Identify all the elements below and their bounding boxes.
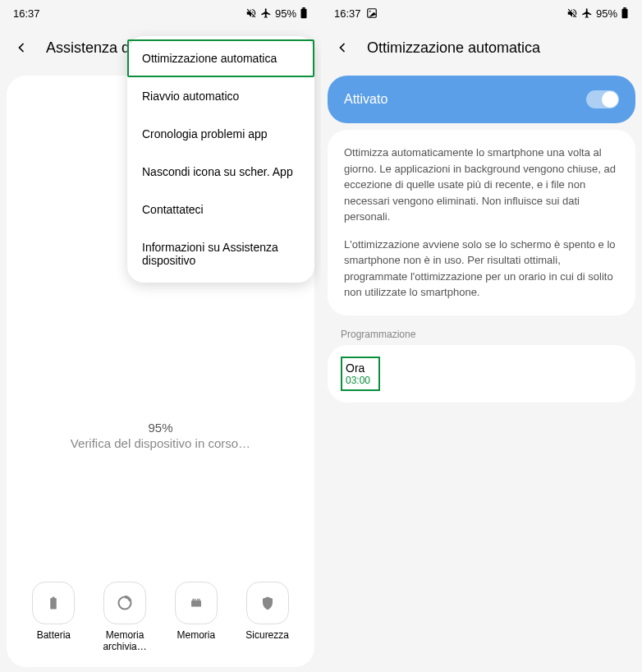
screen-device-care: 16:37 95% Assistenza disposi 95% Verific… [0,0,321,672]
battery-tile-icon [32,582,75,624]
menu-item-contact-us[interactable]: Contattateci [127,191,314,228]
toggle-knob [602,91,618,108]
toggle-label: Attivato [344,92,387,107]
svg-rect-6 [197,599,199,601]
status-bar: 16:37 95% [0,0,321,26]
storage-tile-icon [103,582,146,624]
screen-auto-optimize: 16:37 95% Ottimizzazione automatica Atti… [321,0,642,672]
bottom-tiles: Batteria Memoria archivia… Memoria Sicur… [7,582,314,652]
status-bar: 16:37 95% [321,0,642,26]
svg-point-9 [369,11,370,12]
tile-label: Sicurezza [245,629,289,641]
mute-icon [245,7,257,19]
menu-item-hide-icon[interactable]: Nascondi icona su scher. App [127,153,314,191]
status-center: 95% Verifica del dispositivo in corso… [7,421,314,450]
airplane-icon [260,7,272,19]
header: Ottimizzazione automatica [321,26,642,69]
svg-rect-7 [199,599,200,601]
overflow-menu: Ottimizzazione automatica Riavvio automa… [127,36,314,283]
status-time: 16:37 [334,7,361,20]
menu-item-app-issue-history[interactable]: Cronologia problemi app [127,115,314,153]
tile-label: Batteria [37,629,71,641]
master-toggle-card[interactable]: Attivato [328,76,635,123]
tile-storage[interactable]: Memoria archivia… [93,582,158,652]
description-para-2: L'ottimizzazione avviene solo se lo sche… [344,237,619,301]
svg-rect-3 [191,601,201,607]
tile-memory[interactable]: Memoria [164,582,229,652]
back-icon[interactable] [334,39,351,56]
menu-item-auto-optimize[interactable]: Ottimizzazione automatica [127,39,314,77]
picture-icon [366,7,378,19]
svg-rect-4 [192,599,194,601]
menu-item-auto-restart[interactable]: Riavvio automatico [127,77,314,115]
optimization-percent: 95% [7,421,314,435]
schedule-time-value: 03:00 [346,375,370,386]
svg-rect-10 [622,9,628,18]
description-para-1: Ottimizza automaticamente lo smartphone … [344,145,619,225]
page-title: Ottimizzazione automatica [367,39,540,57]
description-card: Ottimizza automaticamente lo smartphone … [328,130,635,315]
schedule-section-label: Programmazione [341,329,622,340]
battery-icon [300,7,308,19]
schedule-time-item[interactable]: Ora 03:00 [341,357,380,391]
status-time: 16:37 [13,7,40,20]
svg-rect-11 [623,7,626,9]
memory-tile-icon [175,582,218,624]
svg-rect-0 [301,9,307,18]
schedule-title: Ora [346,361,370,375]
battery-icon [621,7,629,19]
mute-icon [566,7,578,19]
status-battery-percent: 95% [275,7,296,20]
shield-icon [246,582,289,624]
schedule-card: Ora 03:00 [328,345,635,403]
tile-security[interactable]: Sicurezza [235,582,300,652]
optimization-status: Verifica del dispositivo in corso… [7,436,314,450]
tile-label: Memoria [177,629,216,641]
master-toggle[interactable] [586,90,619,108]
tile-label: Memoria archivia… [93,629,158,652]
svg-rect-5 [195,599,196,601]
svg-rect-1 [302,7,305,9]
back-icon[interactable] [13,39,30,56]
airplane-icon [581,7,593,19]
status-battery-percent: 95% [596,7,617,20]
menu-item-about[interactable]: Informazioni su Assistenza dispositivo [127,228,314,279]
tile-battery[interactable]: Batteria [21,582,86,652]
